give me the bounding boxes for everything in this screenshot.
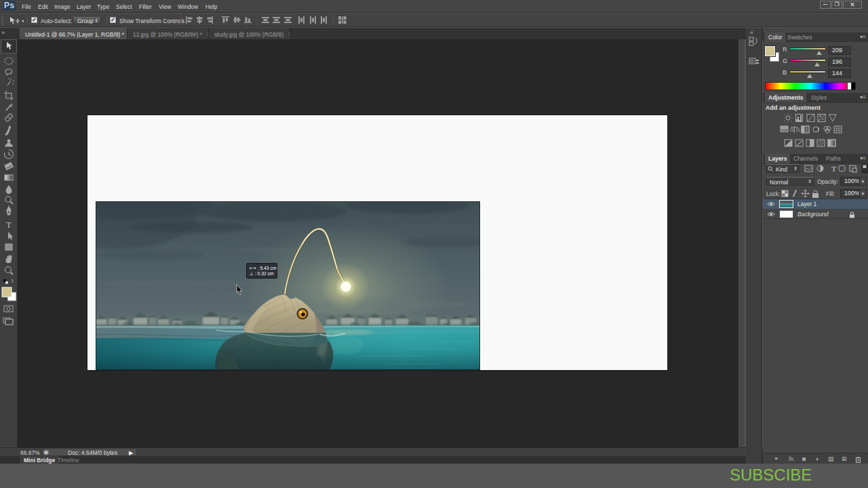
svg-text:T: T	[6, 220, 12, 230]
svg-text:T: T	[831, 165, 837, 173]
